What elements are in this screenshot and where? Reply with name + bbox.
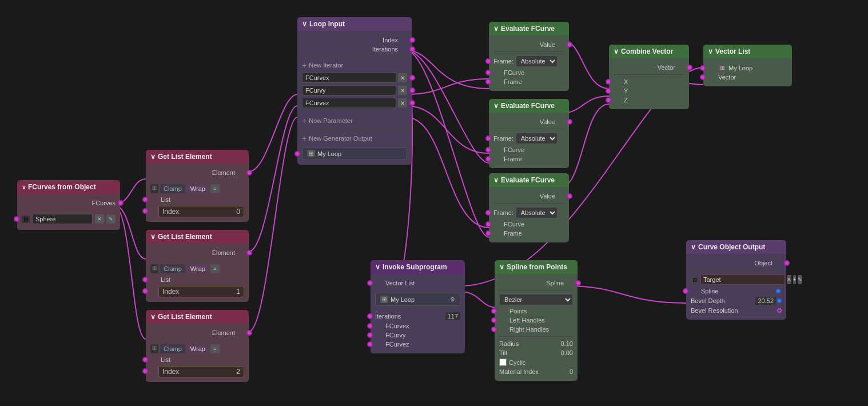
frame-select-1[interactable]: Absolute bbox=[516, 55, 558, 67]
sphere-input-socket[interactable] bbox=[14, 216, 19, 222]
wrap-btn-1[interactable]: Wrap bbox=[187, 184, 209, 193]
value-3-socket[interactable] bbox=[567, 193, 572, 199]
eval-fcurve-1-header[interactable]: ∨ Evaluate FCurve bbox=[489, 22, 569, 35]
eval-fcurve-3-header[interactable]: ∨ Evaluate FCurve bbox=[489, 173, 569, 187]
combine-vector-header[interactable]: ∨ Combine Vector bbox=[609, 45, 689, 58]
new-parameter-row[interactable]: + New Parameter bbox=[302, 114, 407, 127]
element-1-socket[interactable] bbox=[246, 170, 252, 176]
spline-header[interactable]: ∨ Spline from Points bbox=[495, 260, 578, 274]
loop-iterations-socket[interactable] bbox=[409, 46, 415, 52]
clamp-btn-1[interactable]: Clamp bbox=[160, 184, 185, 193]
fcurve-3-socket[interactable] bbox=[485, 221, 491, 227]
fcurvex-invoke-socket[interactable] bbox=[367, 323, 373, 329]
fcurvy-socket[interactable] bbox=[409, 87, 415, 93]
list-mode-3[interactable]: ≡ bbox=[210, 344, 220, 353]
bezier-select[interactable]: Bezier bbox=[499, 294, 573, 305]
index-1-value: 0 bbox=[236, 208, 240, 216]
clamp-btn-3[interactable]: Clamp bbox=[160, 344, 185, 353]
frame-1-socket[interactable] bbox=[485, 79, 491, 85]
x-socket[interactable] bbox=[606, 79, 611, 85]
chevron-icon: ∨ bbox=[302, 20, 307, 28]
index-1-socket[interactable] bbox=[142, 208, 148, 214]
frame-mode-2-socket[interactable] bbox=[485, 136, 491, 141]
fcurve-2-socket[interactable] bbox=[485, 147, 491, 153]
fcurves-header[interactable]: ∨ FCurves from Object bbox=[17, 180, 120, 194]
y-socket[interactable] bbox=[606, 88, 611, 94]
fcurvez-invoke-socket[interactable] bbox=[367, 341, 373, 347]
fcurve-1-socket[interactable] bbox=[485, 70, 491, 75]
fcurvex-socket[interactable] bbox=[409, 75, 415, 81]
frame-2-socket[interactable] bbox=[485, 156, 491, 162]
fcurvez-socket[interactable] bbox=[409, 100, 415, 106]
fcurvy-remove[interactable]: ✕ bbox=[398, 86, 407, 95]
get-list-2-header[interactable]: ∨ Get List Element bbox=[146, 230, 249, 244]
clamp-btn-2[interactable]: Clamp bbox=[160, 264, 185, 273]
value-output-3: Value bbox=[493, 192, 564, 201]
curve-output-header[interactable]: ∨ Curve Object Output bbox=[686, 240, 786, 254]
frame-select-3[interactable]: Absolute bbox=[516, 207, 558, 218]
sphere-input[interactable] bbox=[32, 214, 93, 224]
wrap-btn-3[interactable]: Wrap bbox=[187, 344, 209, 353]
list-mode-2[interactable]: ≡ bbox=[210, 264, 220, 273]
target-add[interactable]: + bbox=[793, 275, 796, 284]
frame-select-2[interactable]: Absolute bbox=[516, 133, 558, 144]
element-2-socket[interactable] bbox=[246, 250, 252, 256]
wrap-btn-2[interactable]: Wrap bbox=[187, 264, 209, 273]
bezier-select-row: Bezier bbox=[499, 293, 573, 307]
spline-input-socket[interactable] bbox=[683, 288, 688, 294]
iterations-socket[interactable] bbox=[367, 313, 373, 319]
list-3-socket[interactable] bbox=[142, 357, 148, 363]
fcurvy-input[interactable] bbox=[302, 85, 396, 95]
index-2-socket[interactable] bbox=[142, 288, 148, 294]
fcurves-output-socket[interactable] bbox=[118, 200, 124, 206]
frame-mode-3-socket[interactable] bbox=[485, 210, 491, 216]
my-loop-btn[interactable]: ⊞ My Loop bbox=[302, 147, 407, 160]
spline-output-socket[interactable] bbox=[575, 280, 581, 286]
get-list-3-header[interactable]: ∨ Get List Element bbox=[146, 310, 249, 324]
target-clear[interactable]: ✕ bbox=[787, 275, 791, 284]
loop-index-socket[interactable] bbox=[409, 37, 415, 43]
fcurvy-invoke-socket[interactable] bbox=[367, 332, 373, 338]
target-input[interactable] bbox=[700, 274, 785, 285]
new-iterator-row[interactable]: + New Iterator bbox=[302, 59, 407, 71]
left-handles-socket[interactable] bbox=[491, 317, 497, 323]
my-loop-input-socket[interactable] bbox=[294, 151, 300, 157]
list-2-socket[interactable] bbox=[142, 277, 148, 282]
vector-list-socket[interactable] bbox=[367, 280, 373, 286]
list-mode-1[interactable]: ≡ bbox=[210, 184, 220, 193]
invoke-my-loop-btn[interactable]: ⊞ My Loop ⚙ bbox=[375, 293, 460, 306]
vector-vl-socket[interactable] bbox=[700, 74, 706, 80]
list-1-socket[interactable] bbox=[142, 197, 148, 202]
invoke-header[interactable]: ∨ Invoke Subprogram bbox=[371, 260, 465, 274]
z-input: Z bbox=[614, 95, 684, 105]
element-3-socket[interactable] bbox=[246, 330, 252, 336]
vector-list-header[interactable]: ∨ Vector List bbox=[703, 45, 792, 58]
new-generator-row[interactable]: + New Generator Output bbox=[302, 132, 407, 145]
points-socket[interactable] bbox=[491, 308, 497, 314]
sphere-pick-btn[interactable]: ✎ bbox=[106, 214, 116, 224]
index-3-socket[interactable] bbox=[142, 368, 148, 374]
frame-3-socket[interactable] bbox=[485, 230, 491, 236]
get-list-1-header[interactable]: ∨ Get List Element bbox=[146, 150, 249, 164]
object-socket[interactable] bbox=[784, 260, 790, 266]
my-loop-vl-socket[interactable] bbox=[700, 65, 706, 71]
eval-fcurve-2-title: Evaluate FCurve bbox=[501, 102, 555, 110]
fcurvez-invoke: FCurvez bbox=[375, 340, 460, 349]
eval-fcurve-2-header[interactable]: ∨ Evaluate FCurve bbox=[489, 99, 569, 113]
eval-fcurve-1-title: Evaluate FCurve bbox=[501, 25, 555, 33]
loop-input-header[interactable]: ∨ Loop Input bbox=[297, 17, 412, 31]
sphere-clear-btn[interactable]: ✕ bbox=[95, 214, 104, 224]
fcurvez-input[interactable] bbox=[302, 98, 396, 108]
fcurvez-remove[interactable]: ✕ bbox=[398, 98, 407, 108]
fcurvex-input[interactable] bbox=[302, 73, 396, 83]
index-row-2: Index 1 bbox=[150, 284, 244, 297]
value-1-socket[interactable] bbox=[567, 42, 572, 47]
target-edit[interactable]: ✎ bbox=[798, 275, 802, 284]
value-2-socket[interactable] bbox=[567, 119, 572, 125]
z-socket[interactable] bbox=[606, 97, 611, 103]
vector-output-socket[interactable] bbox=[687, 65, 692, 70]
fcurvex-remove[interactable]: ✕ bbox=[398, 73, 407, 82]
right-handles-socket[interactable] bbox=[491, 327, 497, 332]
cyclic-checkbox[interactable] bbox=[499, 359, 507, 366]
frame-mode-1-socket[interactable] bbox=[485, 58, 491, 64]
